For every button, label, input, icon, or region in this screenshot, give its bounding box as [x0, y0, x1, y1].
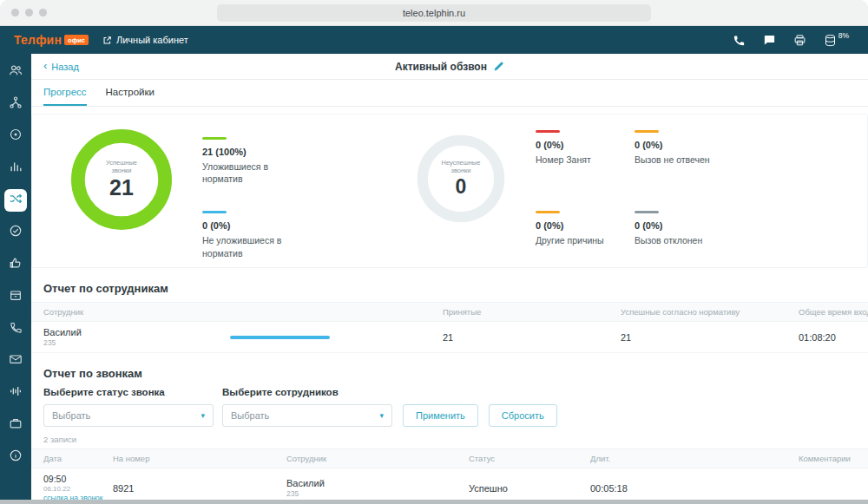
column-header: Общее время входящ [799, 307, 868, 317]
employee-extension: 235 [43, 338, 230, 347]
success-calls-donut: Успешные звонки 21 [70, 128, 173, 231]
address-bar[interactable]: teleo.telphin.ru [217, 4, 651, 22]
employee-accepted: 21 [443, 332, 621, 343]
call-date: 06.10.22 [43, 485, 113, 493]
campaign-stats-panel: Успешные звонки 21 21 (100%) Уложившиеся… [31, 114, 868, 268]
main-content: ‹ Назад Активный обзвон Прогресс Настрой… [31, 54, 868, 504]
employees-table-row: Василий 235 21 21 01:08:20 [31, 322, 868, 353]
status-filter-group: Выберите статус звонка Выбрать ▾ [43, 387, 214, 427]
back-label: Назад [51, 62, 79, 72]
chevron-down-icon: ▾ [379, 411, 384, 420]
sidebar-item-network[interactable] [4, 93, 27, 115]
printer-icon[interactable] [793, 34, 806, 47]
calls-report-section: Отчет по звонкам Выберите статус звонка … [31, 367, 868, 504]
page-toolbar: ‹ Назад Активный обзвон [31, 54, 868, 80]
employee-name: Василий [43, 327, 230, 337]
sidebar-item-messages[interactable] [4, 350, 27, 372]
legend-color-dash [635, 211, 659, 213]
call-time: 09:50 [43, 474, 113, 484]
office-badge: офис [64, 35, 89, 45]
window-controls [11, 9, 47, 16]
tab-progress[interactable]: Прогресс [43, 80, 87, 106]
column-header: Комментарии [799, 454, 868, 463]
equalizer-icon [9, 384, 23, 402]
sidebar-item-services[interactable] [4, 414, 27, 436]
storage-percent-label: 8% [838, 31, 849, 40]
window-bottom-edge [0, 500, 868, 504]
success-donut-value: 21 [109, 175, 134, 200]
column-header: Дата [43, 454, 113, 463]
apply-button[interactable]: Применить [403, 404, 478, 427]
employees-select-value: Выбрать [231, 410, 269, 421]
legend-item-in-norm: 21 (100%) Уложившиеся в норматив [202, 137, 332, 185]
records-count: 2 записи [43, 435, 856, 444]
sidebar-item-recordings[interactable] [4, 382, 27, 404]
minimize-window-button[interactable] [25, 9, 33, 16]
network-icon [9, 95, 23, 113]
close-window-button[interactable] [11, 9, 19, 16]
legend-item-out-of-norm: 0 (0%) Не уложившиеся в норматив [202, 211, 332, 259]
call-status-select[interactable]: Выбрать ▾ [43, 404, 214, 427]
account-link-label: Личный кабинет [116, 35, 188, 45]
call-duration: 00:05:18 [590, 483, 799, 494]
legend-item-declined: 0 (0%) Вызов отклонен [635, 211, 747, 246]
employees-report-title: Отчет по сотрудникам [43, 282, 856, 295]
sidebar-item-users[interactable] [4, 61, 27, 83]
archive-box-icon [9, 288, 23, 305]
page-title: Активный обзвон [395, 61, 504, 73]
column-header: Успешные согласно нормативу [621, 307, 799, 317]
storage-icon[interactable]: 8% [824, 34, 849, 47]
phone-call-icon [10, 321, 23, 337]
external-link-icon [102, 36, 112, 45]
calls-table-header: Дата На номер Сотрудник Статус Длит. Ком… [31, 448, 868, 468]
failed-calls-donut: Неуспешные звонки 0 [416, 134, 506, 224]
calls-table-row: 09:50 06.10.22 ссылка на звонок 8921 Вас… [31, 468, 868, 504]
employees-table-header: Сотрудник Принятые Успешные согласно нор… [31, 302, 868, 322]
back-button[interactable]: ‹ Назад [43, 62, 79, 72]
column-header: Сотрудник [43, 307, 230, 317]
edit-title-icon[interactable] [493, 61, 504, 72]
sidebar-item-info[interactable] [4, 446, 27, 468]
employees-select[interactable]: Выбрать ▾ [222, 404, 392, 427]
bar-chart-icon [9, 160, 23, 177]
success-donut-label: Успешные звонки [96, 159, 147, 175]
call-employee-name: Василий [286, 478, 469, 488]
legend-color-dash [202, 137, 227, 140]
sidebar-item-target[interactable] [4, 125, 27, 147]
phone-icon[interactable] [733, 34, 746, 47]
sidebar-item-archive[interactable] [4, 285, 27, 308]
fail-donut-label: Неуспешные звонки [436, 159, 486, 175]
legend-color-dash [635, 130, 659, 133]
browser-window: teleo.telphin.ru Телфин офис Личный каби… [0, 0, 868, 504]
personal-account-link[interactable]: Личный кабинет [102, 35, 188, 45]
employee-success: 21 [621, 332, 799, 343]
legend-item-busy: 0 (0%) Номер Занят [536, 130, 614, 166]
legend-color-dash [536, 130, 560, 133]
tab-settings[interactable]: Настройки [106, 80, 155, 106]
sidebar-item-dialer[interactable] [4, 189, 27, 212]
check-circle-icon [9, 224, 23, 241]
legend-color-dash [536, 211, 560, 213]
chevron-down-icon: ▾ [201, 411, 205, 420]
header-icon-group: 8% [733, 34, 849, 47]
sidebar-item-statistics[interactable] [4, 157, 27, 180]
sidebar-item-calls[interactable] [4, 317, 27, 340]
thumbs-up-icon [9, 256, 23, 273]
call-status-select-value: Выбрать [52, 410, 90, 421]
employees-filter-label: Выберите сотрудников [222, 387, 392, 397]
sidebar-item-quality[interactable] [4, 221, 27, 244]
chat-icon[interactable] [763, 34, 776, 47]
dialer-icon [9, 192, 23, 209]
reset-button[interactable]: Сбросить [489, 404, 557, 427]
fail-legend: 0 (0%) Номер Занят 0 (0%) Вызов не отвеч… [536, 128, 747, 253]
employee-progress-bar [230, 336, 330, 339]
call-status: Успешно [469, 483, 590, 494]
column-header: Длит. [590, 454, 799, 463]
call-number: 8921 [113, 483, 286, 494]
zoom-window-button[interactable] [39, 9, 47, 16]
target-icon [9, 128, 23, 145]
sidebar-item-ratings[interactable] [4, 253, 27, 276]
back-chevron-icon: ‹ [43, 60, 47, 71]
telfin-logo: Телфин [14, 33, 62, 47]
sidebar [0, 54, 31, 504]
